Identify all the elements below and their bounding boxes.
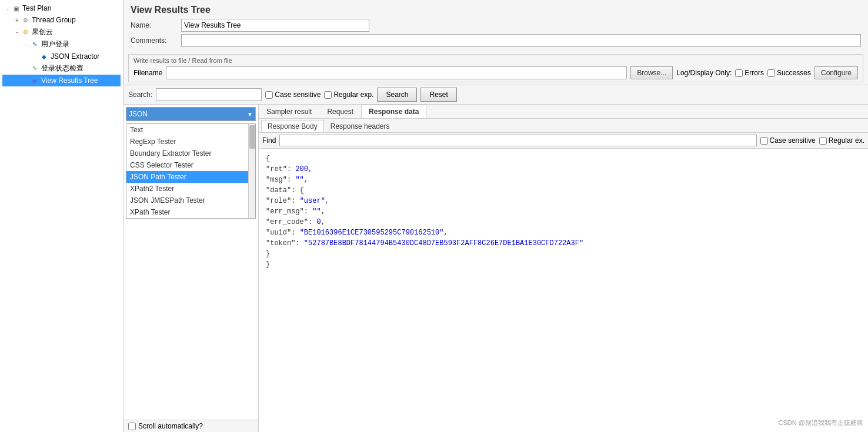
tree-item-yong-hu-deng-lu[interactable]: -✎用户登录: [2, 38, 121, 51]
errors-label: Errors: [745, 69, 764, 77]
tab-sampler-result[interactable]: Sampler result: [259, 105, 319, 118]
dropdown-items: TextRegExp TesterBoundary Extractor Test…: [126, 124, 248, 218]
tree-item-view-results-tree[interactable]: ◈View Results Tree: [2, 75, 121, 86]
find-case-sensitive-text: Case sensitive: [770, 136, 816, 145]
tree-item-guo-chuang-yun[interactable]: -⚙果创云: [2, 26, 121, 38]
scroll-auto-checkbox[interactable]: [128, 423, 136, 430]
main-tab-bar: Sampler resultRequestResponse data: [259, 105, 868, 119]
browse-button[interactable]: Browse...: [630, 66, 673, 79]
find-case-sensitive-checkbox[interactable]: [760, 137, 768, 145]
find-bar: Find Case sensitive Regular ex.: [259, 133, 868, 149]
tree-item-label: View Results Tree: [41, 76, 98, 85]
main-panel: View Results Tree Name: Comments: Write …: [123, 0, 868, 432]
json-line: "err_msg": "",: [266, 206, 861, 217]
json-line: "role": "user",: [266, 196, 861, 206]
tree-item-json-extractor[interactable]: ◆JSON Extractor: [2, 51, 121, 62]
comments-label: Comments:: [131, 36, 178, 45]
expand-icon-yong-hu-deng-lu[interactable]: -: [24, 41, 29, 48]
filename-input[interactable]: [166, 66, 627, 79]
successes-label: Successes: [777, 69, 811, 77]
expand-icon-test-plan[interactable]: -: [5, 5, 11, 12]
tree-item-label: Thread Group: [32, 16, 76, 24]
sub-tab-response-headers[interactable]: Response headers: [324, 120, 396, 132]
errors-checkbox[interactable]: [735, 69, 743, 77]
comments-input[interactable]: [181, 34, 861, 47]
check-icon: ✎: [30, 64, 39, 73]
json-icon: ◆: [39, 52, 49, 61]
search-bar: Search: Case sensitive Regular exp. Sear…: [123, 85, 868, 104]
find-regular-exp-label[interactable]: Regular ex.: [819, 136, 864, 145]
content-area: JSON ▼ TextRegExp TesterBoundary Extract…: [123, 104, 868, 432]
watermark: CSDN @别追我我有止咳糖浆: [779, 418, 863, 427]
panel-header: View Results Tree Name: Comments:: [123, 0, 868, 52]
format-dropdown[interactable]: JSON ▼: [126, 107, 256, 121]
successes-checkbox-label[interactable]: Successes: [767, 69, 811, 77]
find-regular-exp-text: Regular ex.: [829, 136, 864, 145]
sub-tab-bar: Response BodyResponse headers: [259, 119, 868, 133]
comments-row: Comments:: [131, 34, 861, 47]
thread-icon: ⚙: [21, 15, 30, 25]
find-label: Find: [262, 136, 276, 145]
tab-request[interactable]: Request: [319, 105, 361, 118]
tab-response-data[interactable]: Response data: [361, 105, 426, 118]
tree-item-label: 用户登录: [41, 39, 69, 49]
tree-item-test-plan[interactable]: -▣Test Plan: [2, 2, 121, 14]
group-icon: ⚙: [21, 28, 30, 37]
search-input[interactable]: [156, 88, 262, 101]
search-button[interactable]: Search: [377, 88, 417, 102]
find-case-sensitive-label[interactable]: Case sensitive: [760, 136, 816, 145]
scroll-auto-label: Scroll automatically?: [138, 422, 203, 430]
plan-icon: ▣: [11, 4, 21, 13]
result-panel: Sampler resultRequestResponse data Respo…: [259, 105, 868, 432]
expand-icon-thread-group[interactable]: +: [14, 17, 20, 24]
scroll-thumb: [249, 125, 255, 149]
file-section: Write results to file / Read from file F…: [128, 54, 863, 82]
file-row: Filename Browse... Log/Display Only: Err…: [133, 66, 858, 79]
name-row: Name:: [131, 19, 861, 32]
dropdown-scrollbar[interactable]: [248, 124, 255, 218]
file-section-title: Write results to file / Read from file: [133, 57, 858, 64]
json-line: "ret": 200,: [266, 164, 861, 175]
tree-item-label: 登录状态检查: [41, 63, 84, 73]
json-line: "msg": "",: [266, 175, 861, 185]
dropdown-item[interactable]: JSON JMESPath Tester: [126, 195, 248, 206]
regular-exp-label[interactable]: Regular exp.: [324, 91, 373, 99]
reset-button[interactable]: Reset: [420, 88, 456, 102]
tree-panel: -▣Test Plan+⚙Thread Group-⚙果创云-✎用户登录◆JSO…: [0, 0, 123, 432]
tree-item-thread-group[interactable]: +⚙Thread Group: [2, 14, 121, 26]
dropdown-list-wrapper: TextRegExp TesterBoundary Extractor Test…: [126, 123, 256, 219]
case-sensitive-text: Case sensitive: [275, 91, 321, 99]
expand-icon-guo-chuang-yun[interactable]: -: [14, 29, 20, 35]
json-line: }: [266, 259, 861, 270]
configure-button[interactable]: Configure: [814, 66, 858, 79]
sub-tab-response-body[interactable]: Response Body: [261, 120, 324, 132]
json-line: "data": {: [266, 185, 861, 196]
find-regular-exp-checkbox[interactable]: [819, 137, 827, 145]
find-input[interactable]: [279, 135, 756, 146]
dropdown-item[interactable]: JSON Path Tester: [126, 171, 248, 183]
name-input[interactable]: [181, 19, 369, 32]
panel-title: View Results Tree: [131, 5, 861, 15]
dropdown-item[interactable]: XPath Tester: [126, 206, 248, 218]
tree-item-label: JSON Extractor: [51, 52, 99, 61]
tree-item-deng-lu-zhuangtai[interactable]: ✎登录状态检查: [2, 62, 121, 75]
name-label: Name:: [131, 21, 178, 29]
successes-checkbox[interactable]: [767, 69, 775, 77]
dropdown-item[interactable]: Boundary Extractor Tester: [126, 148, 248, 159]
json-line: "token": "52787BE8BDF78144794B5430DC48D7…: [266, 238, 861, 249]
dropdown-panel: JSON ▼ TextRegExp TesterBoundary Extract…: [123, 105, 259, 432]
json-line: {: [266, 153, 861, 164]
dropdown-item[interactable]: RegExp Tester: [126, 136, 248, 148]
view-icon: ◈: [30, 76, 39, 85]
errors-checkbox-label[interactable]: Errors: [735, 69, 764, 77]
json-line: }: [266, 249, 861, 259]
json-content: { "ret": 200, "msg": "", "data": { "role…: [259, 149, 868, 432]
regular-exp-checkbox[interactable]: [324, 91, 332, 99]
dropdown-item[interactable]: XPath2 Tester: [126, 183, 248, 195]
dropdown-item[interactable]: CSS Selector Tester: [126, 159, 248, 171]
json-line: "err_code": 0,: [266, 217, 861, 227]
filename-label: Filename: [133, 69, 162, 77]
dropdown-item[interactable]: Text: [126, 124, 248, 136]
case-sensitive-checkbox[interactable]: [265, 91, 273, 99]
case-sensitive-label[interactable]: Case sensitive: [265, 91, 321, 99]
